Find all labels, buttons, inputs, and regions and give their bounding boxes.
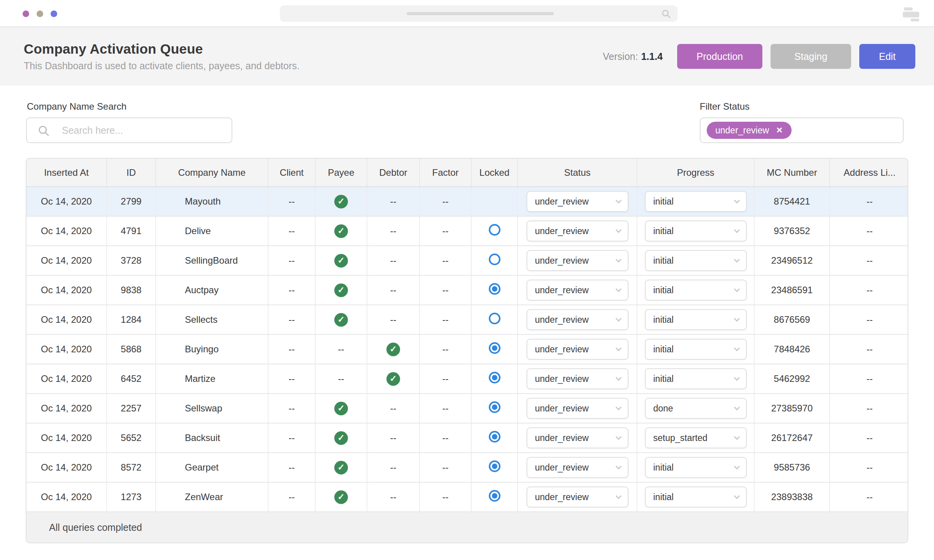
- status-dropdown[interactable]: under_review: [527, 486, 629, 508]
- progress-dropdown[interactable]: initial: [645, 486, 747, 508]
- empty-value: --: [442, 492, 449, 502]
- cell-debtor: ✓: [367, 364, 420, 394]
- empty-value: --: [442, 255, 449, 266]
- browser-menu-icon[interactable]: [903, 7, 919, 21]
- chevron-down-icon: [615, 227, 621, 233]
- progress-value: initial: [653, 315, 674, 325]
- progress-dropdown[interactable]: initial: [645, 339, 747, 360]
- lock-radio-selected-icon[interactable]: [489, 401, 500, 413]
- lock-radio-selected-icon[interactable]: [489, 283, 500, 295]
- lock-radio-unselected-icon[interactable]: [489, 224, 500, 236]
- edit-button[interactable]: Edit: [859, 44, 915, 69]
- cell-mc-number: 5462992: [754, 364, 830, 394]
- browser-address-bar[interactable]: [280, 5, 678, 22]
- status-value: under_review: [535, 492, 589, 502]
- table-row[interactable]: Oc 14, 20201273ZenWear--✓----under_revie…: [26, 482, 908, 512]
- progress-value: initial: [653, 226, 674, 236]
- progress-value: initial: [653, 344, 674, 355]
- status-dropdown[interactable]: under_review: [527, 457, 629, 478]
- cell-debtor: --: [367, 394, 420, 423]
- cell-locked: [471, 275, 518, 305]
- status-dropdown[interactable]: under_review: [527, 220, 629, 242]
- cell-company-name: Backsuit: [156, 423, 268, 453]
- cell-factor: --: [420, 334, 471, 364]
- table-row[interactable]: Oc 14, 20205868Buyingo----✓--under_revie…: [26, 334, 908, 364]
- cell-client: --: [268, 334, 315, 364]
- cell-debtor: ✓: [367, 334, 420, 364]
- lock-radio-selected-icon[interactable]: [489, 431, 500, 443]
- cell-factor: --: [420, 305, 471, 334]
- chevron-down-icon: [615, 256, 621, 262]
- cell-inserted-at: Oc 14, 2020: [26, 275, 107, 305]
- progress-dropdown[interactable]: initial: [645, 457, 747, 478]
- chevron-down-icon: [615, 493, 621, 499]
- menu-bar-icon: [904, 7, 913, 10]
- empty-value: --: [390, 492, 397, 502]
- filter-chip[interactable]: under_review ✕: [707, 122, 792, 139]
- status-dropdown[interactable]: under_review: [527, 309, 629, 330]
- table-row[interactable]: Oc 14, 20206452Martize----✓--under_revie…: [26, 364, 908, 394]
- check-circle-icon: ✓: [386, 372, 400, 386]
- staging-button[interactable]: Staging: [771, 44, 851, 69]
- progress-value: initial: [653, 462, 674, 473]
- empty-value: --: [442, 226, 449, 236]
- cell-address: --: [830, 423, 908, 453]
- lock-radio-selected-icon[interactable]: [489, 460, 500, 472]
- status-dropdown[interactable]: under_review: [527, 191, 629, 212]
- cell-progress: setup_started: [637, 423, 754, 453]
- window-dot-1[interactable]: [23, 10, 29, 17]
- status-value: under_review: [535, 462, 589, 473]
- cell-client: --: [268, 482, 315, 512]
- check-circle-icon: ✓: [334, 195, 348, 208]
- status-dropdown[interactable]: under_review: [527, 339, 629, 360]
- progress-dropdown[interactable]: initial: [645, 220, 747, 242]
- table-row[interactable]: Oc 14, 20204791Delive--✓----under_review…: [26, 216, 908, 246]
- window-controls: [23, 10, 57, 17]
- production-button[interactable]: Production: [677, 44, 762, 69]
- progress-dropdown[interactable]: initial: [645, 191, 747, 212]
- lock-radio-selected-icon[interactable]: [489, 342, 500, 354]
- lock-radio-selected-icon[interactable]: [489, 372, 500, 383]
- progress-dropdown[interactable]: initial: [645, 250, 747, 271]
- progress-dropdown[interactable]: initial: [645, 309, 747, 330]
- table-row[interactable]: Oc 14, 20205652Backsuit--✓----under_revi…: [26, 423, 908, 453]
- progress-dropdown[interactable]: done: [645, 398, 747, 419]
- status-dropdown[interactable]: under_review: [527, 398, 629, 419]
- cell-id: 2257: [107, 394, 156, 423]
- window-dot-3[interactable]: [51, 10, 57, 17]
- cell-payee: ✓: [315, 216, 367, 246]
- table-row[interactable]: Oc 14, 20203728SellingBoard--✓----under_…: [26, 246, 908, 275]
- chevron-down-icon: [734, 374, 740, 381]
- filter-status-input[interactable]: under_review ✕: [700, 117, 904, 143]
- lock-radio-unselected-icon[interactable]: [489, 313, 500, 324]
- progress-dropdown[interactable]: setup_started: [645, 427, 747, 448]
- check-circle-icon: ✓: [334, 254, 348, 268]
- cell-progress: initial: [637, 246, 754, 275]
- empty-value: --: [442, 403, 449, 413]
- status-dropdown[interactable]: under_review: [527, 368, 629, 389]
- lock-radio-unselected-icon[interactable]: [489, 254, 500, 265]
- cell-debtor: --: [367, 423, 420, 453]
- cell-inserted-at: Oc 14, 2020: [26, 453, 107, 482]
- cell-locked: [471, 423, 518, 453]
- progress-dropdown[interactable]: initial: [645, 280, 747, 301]
- table-row[interactable]: Oc 14, 20209838Auctpay--✓----under_revie…: [26, 275, 908, 305]
- progress-dropdown[interactable]: initial: [645, 368, 747, 389]
- status-value: under_review: [535, 285, 589, 296]
- empty-value: --: [289, 285, 295, 295]
- version-info: Version:1.1.4: [603, 51, 663, 62]
- company-search-input[interactable]: [27, 118, 232, 142]
- status-dropdown[interactable]: under_review: [527, 280, 629, 301]
- cell-status: under_review: [518, 216, 637, 246]
- window-dot-2[interactable]: [37, 10, 43, 17]
- lock-radio-selected-icon[interactable]: [489, 490, 500, 502]
- table-row[interactable]: Oc 14, 20208572Gearpet--✓----under_revie…: [26, 453, 908, 482]
- table-row[interactable]: Oc 14, 20201284Sellects--✓----under_revi…: [26, 305, 908, 334]
- cell-factor: --: [420, 187, 471, 216]
- status-dropdown[interactable]: under_review: [527, 250, 629, 271]
- remove-filter-icon[interactable]: ✕: [776, 126, 783, 135]
- table-row[interactable]: Oc 14, 20202257Sellswap--✓----under_revi…: [26, 394, 908, 423]
- table-row[interactable]: Oc 14, 20202799Mayouth--✓----under_revie…: [26, 187, 908, 216]
- cell-inserted-at: Oc 14, 2020: [26, 216, 107, 246]
- status-dropdown[interactable]: under_review: [527, 427, 629, 448]
